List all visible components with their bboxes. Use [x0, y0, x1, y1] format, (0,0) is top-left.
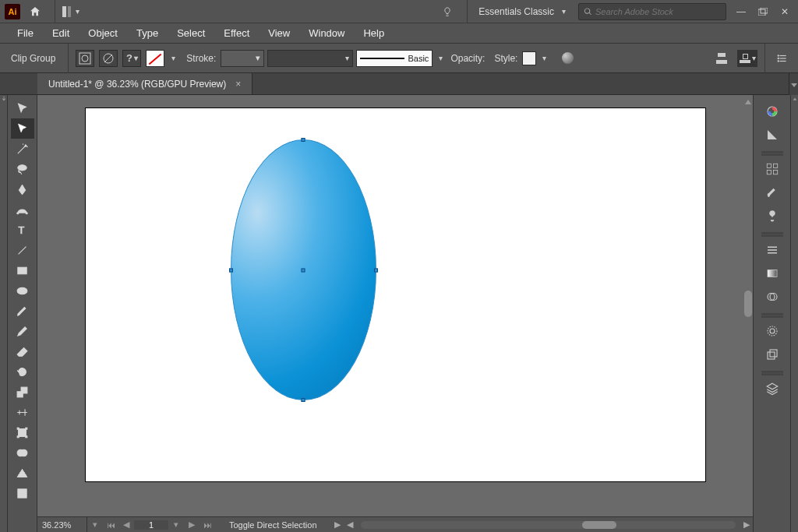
artboard-chevron[interactable]: ▾	[168, 517, 184, 532]
color-guide-panel-icon[interactable]	[759, 124, 786, 146]
type-tool[interactable]: T	[11, 220, 34, 240]
paintbrush-tool[interactable]	[11, 301, 34, 321]
maximize-button[interactable]	[754, 5, 772, 18]
ellipse-tool[interactable]	[11, 280, 34, 301]
menu-edit[interactable]: Edit	[43, 24, 79, 42]
control-bar: Clip Group ?▾ ▾ Stroke: ▾ ▾ Basic ▾ Opac…	[0, 44, 798, 73]
stock-search[interactable]	[578, 3, 726, 20]
last-artboard-button[interactable]: ⏭	[200, 517, 215, 532]
pen-tool[interactable]	[11, 179, 34, 199]
transparency-panel-icon[interactable]	[759, 286, 786, 308]
toolbox-expand-gutter[interactable]	[0, 95, 8, 532]
graphic-styles-panel-icon[interactable]	[759, 344, 786, 365]
anchor-point-top[interactable]	[302, 138, 305, 142]
document-tab[interactable]: Untitled-1* @ 36.23% (RGB/GPU Preview) ×	[37, 73, 252, 94]
zoom-level-field[interactable]: 36.23%	[37, 517, 87, 532]
discover-button[interactable]	[439, 3, 456, 20]
minimize-button[interactable]: —	[733, 5, 750, 18]
style-chevron[interactable]: ▾	[542, 54, 546, 62]
appearance-panel-icon[interactable]	[759, 320, 786, 342]
artboard[interactable]	[85, 107, 706, 482]
next-artboard-button[interactable]: ▶	[184, 517, 200, 532]
curvature-tool[interactable]	[11, 199, 34, 220]
center-point[interactable]	[302, 268, 305, 272]
menu-type[interactable]: Type	[127, 24, 168, 42]
selection-tool[interactable]	[11, 98, 34, 118]
brush-definition-field[interactable]: Basic	[356, 50, 433, 67]
svg-line-5	[104, 55, 112, 62]
document-close-button[interactable]: ×	[235, 79, 241, 90]
panel-collapse-arrow[interactable]	[789, 73, 798, 97]
gradient-panel-icon[interactable]	[759, 262, 786, 284]
lasso-tool[interactable]	[11, 159, 34, 179]
fill-question-swatch[interactable]: ?▾	[122, 50, 141, 67]
fill-mixed-swatch[interactable]	[76, 50, 94, 67]
canvas-viewport[interactable]	[37, 95, 753, 532]
arrange-documents-button[interactable]: ▾	[60, 3, 82, 20]
hscroll-right-button[interactable]: ▶	[740, 520, 753, 530]
menu-effect[interactable]: Effect	[214, 24, 259, 42]
direct-selection-tool[interactable]	[11, 118, 34, 139]
rectangle-tool[interactable]	[11, 260, 34, 280]
swatches-panel-icon[interactable]	[759, 158, 786, 180]
eraser-tool[interactable]	[11, 341, 34, 361]
opacity-label[interactable]: Opacity:	[450, 53, 485, 64]
magic-wand-tool[interactable]	[11, 139, 34, 159]
anchor-point-right[interactable]	[374, 268, 378, 272]
svg-rect-0	[758, 9, 765, 16]
control-bar-menu-button[interactable]	[772, 50, 793, 67]
align-panel-button[interactable]	[712, 50, 733, 67]
transform-panel-button[interactable]: ▾	[737, 50, 757, 67]
pencil-tool[interactable]	[11, 321, 34, 341]
artboard-number-field[interactable]	[134, 520, 168, 530]
scale-tool[interactable]	[11, 382, 34, 402]
svg-point-13	[21, 189, 23, 191]
stroke-label[interactable]: Stroke:	[186, 53, 216, 64]
hscroll-left-button[interactable]: ◀	[344, 520, 356, 530]
zoom-chevron[interactable]: ▾	[87, 517, 103, 532]
menu-object[interactable]: Object	[79, 24, 127, 42]
stroke-swatch-chevron[interactable]: ▾	[171, 54, 175, 62]
menu-view[interactable]: View	[259, 24, 299, 42]
separator	[55, 0, 55, 23]
workspace-switcher[interactable]: Essentials Classic▾	[472, 3, 572, 20]
menu-file[interactable]: File	[8, 24, 43, 42]
line-segment-tool[interactable]	[11, 240, 34, 260]
brush-chevron[interactable]: ▾	[439, 54, 443, 62]
recolor-artwork-button[interactable]	[559, 50, 576, 67]
stroke-profile-field[interactable]: ▾	[267, 50, 353, 67]
symbols-panel-icon[interactable]	[759, 205, 786, 227]
stroke-weight-field[interactable]: ▾	[221, 50, 264, 67]
prev-artboard-button[interactable]: ◀	[118, 517, 134, 532]
menu-window[interactable]: Window	[299, 24, 354, 42]
anchor-point-left[interactable]	[229, 268, 233, 272]
svg-rect-24	[26, 428, 27, 429]
home-button[interactable]	[26, 3, 44, 20]
graphic-style-swatch[interactable]	[522, 51, 536, 65]
vertical-scrollbar[interactable]	[744, 100, 752, 515]
right-dock-expand-gutter[interactable]	[790, 95, 798, 532]
fill-none-circle-swatch[interactable]	[99, 50, 118, 67]
close-window-button[interactable]: ✕	[776, 5, 793, 18]
brushes-panel-icon[interactable]	[759, 181, 786, 203]
free-transform-tool[interactable]	[11, 422, 34, 442]
stroke-none-swatch[interactable]	[146, 50, 164, 67]
rotate-tool[interactable]	[11, 361, 34, 382]
stock-search-input[interactable]	[595, 7, 721, 16]
menu-help[interactable]: Help	[354, 24, 394, 42]
color-panel-icon[interactable]	[759, 100, 786, 122]
selected-ellipse[interactable]	[231, 139, 376, 400]
perspective-grid-tool[interactable]	[11, 463, 34, 483]
layers-panel-icon[interactable]	[759, 378, 786, 400]
anchor-point-bottom[interactable]	[302, 398, 305, 402]
shape-builder-tool[interactable]	[11, 442, 34, 463]
width-tool[interactable]	[11, 402, 34, 422]
horizontal-scroll-thumb[interactable]	[582, 521, 616, 529]
mesh-tool[interactable]	[11, 483, 34, 503]
first-artboard-button[interactable]: ⏮	[103, 517, 118, 532]
stroke-panel-icon[interactable]	[759, 239, 786, 261]
status-menu-button[interactable]: ▶	[331, 520, 344, 530]
style-label[interactable]: Style:	[494, 53, 517, 64]
menu-select[interactable]: Select	[168, 24, 214, 42]
horizontal-scrollbar[interactable]	[361, 521, 736, 529]
